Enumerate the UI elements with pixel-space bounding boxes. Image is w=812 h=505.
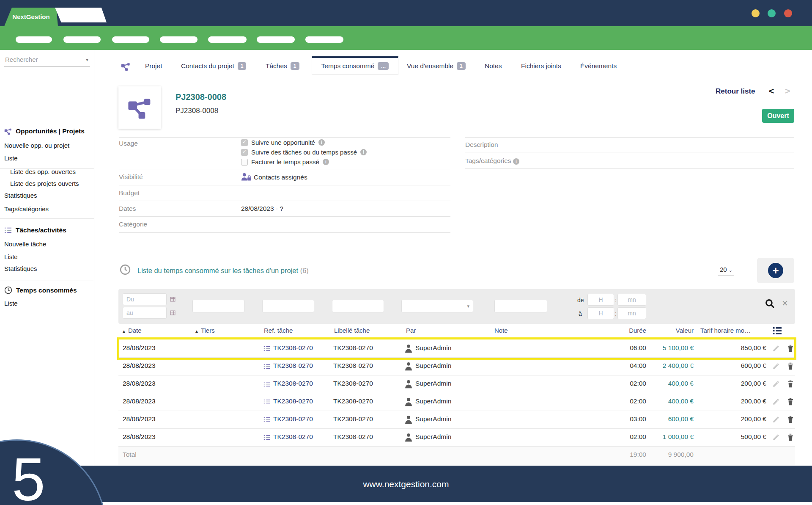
col-par[interactable]: Par: [406, 327, 416, 334]
edit-icon[interactable]: [772, 433, 780, 441]
nav-pill[interactable]: [208, 36, 247, 43]
sidebar-item-statistiques-opp[interactable]: Statistiques: [4, 192, 37, 199]
filter-to-min-input[interactable]: [617, 307, 646, 319]
cell-valeur-link[interactable]: 5 100,00 €: [651, 344, 694, 352]
window-dot-yellow-icon[interactable]: [752, 9, 760, 17]
colon-separator: :: [615, 297, 617, 304]
nav-pill[interactable]: [112, 36, 149, 43]
window-dot-red-icon[interactable]: [784, 9, 792, 17]
sidebar-item-statistiques-taches[interactable]: Statistiques: [4, 265, 37, 272]
cell-valeur-link[interactable]: 1 000,00 €: [651, 433, 694, 441]
sidebar-item-nouvelle-tache[interactable]: Nouvelle tâche: [4, 240, 46, 248]
cell-valeur-link[interactable]: 400,00 €: [651, 380, 694, 387]
brand-tab[interactable]: NextGestion: [4, 8, 58, 26]
delete-icon[interactable]: [787, 362, 794, 370]
sidebar-item-liste-opp-ouvertes[interactable]: Liste des opp. ouvertes: [10, 168, 76, 175]
search-select[interactable]: Rechercher ▾: [4, 54, 90, 67]
cell-ref-tache-link[interactable]: TK2308-0270: [273, 362, 313, 370]
cell-valeur-link[interactable]: 600,00 €: [651, 415, 694, 423]
filter-from-min-input[interactable]: [617, 294, 646, 306]
nav-pill[interactable]: [257, 36, 295, 43]
sidebar-item-liste-temps[interactable]: Liste: [4, 300, 18, 307]
info-icon[interactable]: i: [513, 158, 519, 165]
filter-tiers-input[interactable]: [192, 300, 244, 312]
col-tarif-horaire[interactable]: Tarif horaire mo…: [700, 327, 751, 334]
filter-ref-tache-input[interactable]: [262, 300, 314, 312]
filter-note-input[interactable]: [494, 300, 547, 312]
table-row[interactable]: 28/08/2023 TK2308-0270 TK2308-0270 Super…: [118, 411, 795, 429]
tab-vue-densemble[interactable]: Vue d'ensemble1: [407, 57, 466, 75]
calendar-icon[interactable]: [170, 296, 176, 302]
cell-valeur-link[interactable]: 2 400,00 €: [651, 362, 694, 370]
edit-icon[interactable]: [772, 362, 780, 370]
add-entry-button[interactable]: +: [768, 263, 783, 278]
header-tab-redacted[interactable]: [55, 8, 107, 22]
tab-evenements[interactable]: Événements: [580, 57, 617, 75]
edit-icon[interactable]: [772, 398, 780, 406]
info-icon[interactable]: i: [360, 149, 367, 155]
col-ref-tache[interactable]: Ref. tâche: [264, 327, 293, 334]
clear-filters-icon[interactable]: ✕: [782, 298, 788, 308]
delete-icon[interactable]: [787, 415, 794, 424]
filter-to-hour-input[interactable]: [587, 307, 614, 319]
page-size-select[interactable]: 20 ⌄: [718, 266, 734, 276]
col-duree[interactable]: Durée: [609, 327, 646, 334]
checkbox-facturer-temps[interactable]: [241, 159, 248, 166]
filter-par-select[interactable]: ▾: [401, 300, 473, 312]
delete-icon[interactable]: [787, 344, 794, 353]
tab-fichiers-joints[interactable]: Fichiers joints: [521, 57, 561, 75]
back-to-list-link[interactable]: Retour liste: [716, 87, 755, 96]
edit-icon[interactable]: [772, 345, 780, 352]
col-date[interactable]: ▲Date: [122, 327, 142, 334]
sidebar-item-liste-taches[interactable]: Liste: [4, 253, 18, 260]
column-settings-icon[interactable]: [773, 327, 782, 334]
tab-taches[interactable]: Tâches1: [266, 57, 299, 75]
window-dot-teal-icon[interactable]: [768, 9, 776, 17]
chevron-right-icon[interactable]: >: [785, 86, 790, 96]
sidebar-item-nouvelle-opp[interactable]: Nouvelle opp. ou projet: [4, 142, 69, 149]
cell-ref-tache-link[interactable]: TK2308-0270: [273, 433, 313, 441]
checkbox-suivre-taches[interactable]: [241, 149, 248, 156]
filter-from-hour-input[interactable]: [587, 294, 614, 306]
search-icon[interactable]: [765, 298, 775, 309]
table-row[interactable]: 28/08/2023 TK2308-0270 TK2308-0270 Super…: [118, 358, 795, 375]
col-valeur[interactable]: Valeur: [651, 327, 694, 334]
sidebar-item-tags-categories[interactable]: Tags/catégories: [4, 205, 49, 212]
table-row[interactable]: 28/08/2023 TK2308-0270 TK2308-0270 Super…: [118, 429, 795, 447]
info-icon[interactable]: i: [318, 139, 325, 146]
status-badge-ouvert[interactable]: Ouvert: [762, 109, 794, 123]
cell-ref-tache-link[interactable]: TK2308-0270: [273, 344, 313, 352]
tab-notes[interactable]: Notes: [485, 57, 502, 75]
delete-icon[interactable]: [787, 433, 794, 442]
col-tiers[interactable]: ▲Tiers: [195, 327, 215, 334]
delete-icon[interactable]: [787, 397, 794, 406]
info-icon[interactable]: i: [323, 159, 329, 165]
table-row[interactable]: 28/08/2023 TK2308-0270 TK2308-0270 Super…: [118, 393, 795, 411]
checkbox-suivre-opportunite[interactable]: [241, 139, 248, 146]
filter-date-from-input[interactable]: [123, 293, 167, 305]
tab-temps-consomme-active[interactable]: Temps consommé…: [312, 56, 398, 75]
col-libelle-tache[interactable]: Libellé tâche: [334, 327, 370, 334]
filter-date-to-input[interactable]: [123, 307, 167, 319]
cell-valeur-link[interactable]: 400,00 €: [651, 397, 694, 405]
tab-contacts-du-projet[interactable]: Contacts du projet1: [181, 57, 246, 75]
tab-projet[interactable]: Projet: [145, 57, 162, 75]
sidebar-item-liste-opp[interactable]: Liste: [4, 155, 18, 162]
table-row[interactable]: 28/08/2023 TK2308-0270 TK2308-0270 Super…: [118, 340, 795, 358]
nav-pill[interactable]: [63, 36, 101, 43]
filter-libelle-input[interactable]: [332, 300, 384, 312]
nav-pill[interactable]: [160, 36, 198, 43]
nav-pill[interactable]: [16, 36, 52, 43]
cell-ref-tache-link[interactable]: TK2308-0270: [273, 380, 313, 387]
col-note[interactable]: Note: [494, 327, 508, 334]
delete-icon[interactable]: [787, 380, 794, 388]
chevron-left-icon[interactable]: <: [769, 86, 774, 96]
edit-icon[interactable]: [772, 380, 780, 388]
calendar-icon[interactable]: [170, 310, 176, 315]
nav-pill[interactable]: [305, 36, 343, 43]
cell-ref-tache-link[interactable]: TK2308-0270: [273, 415, 313, 423]
table-row[interactable]: 28/08/2023 TK2308-0270 TK2308-0270 Super…: [118, 375, 795, 393]
cell-ref-tache-link[interactable]: TK2308-0270: [273, 397, 313, 405]
sidebar-item-liste-projets-ouverts[interactable]: Liste des projets ouverts: [10, 180, 79, 187]
edit-icon[interactable]: [772, 416, 780, 423]
